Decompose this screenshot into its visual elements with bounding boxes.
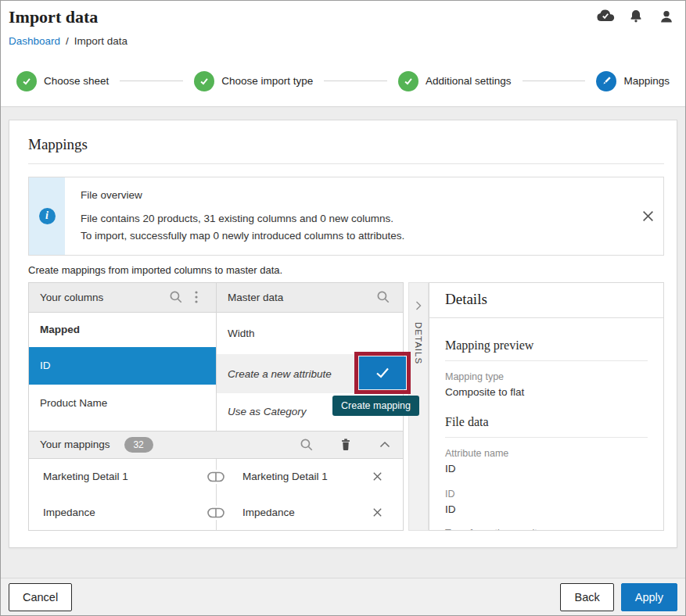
info-box-line1: File contains 20 products, 31 existing c… (81, 210, 618, 227)
apply-button[interactable]: Apply (621, 583, 677, 611)
page-title: Import data (9, 7, 673, 27)
search-icon[interactable] (373, 287, 393, 307)
mapped-group-label: Mapped (29, 313, 216, 347)
create-mapping-button[interactable] (359, 356, 406, 389)
master-item-create-attribute[interactable]: Create a new attribute Create mapping (217, 354, 403, 393)
step-connector (523, 81, 586, 81)
column-item-product-name[interactable]: Product Name (29, 385, 216, 422)
mapping-source: Impedance (29, 507, 216, 518)
bell-icon[interactable] (627, 8, 645, 25)
your-columns-header: Your columns (29, 283, 216, 313)
content-region: Mappings i File overview File contains 2… (1, 107, 685, 579)
link-icon (207, 506, 225, 520)
mapping-instruction: Create mappings from imported columns to… (28, 264, 664, 276)
step-mappings-current[interactable]: Mappings (596, 71, 670, 91)
id-label: ID (445, 489, 648, 500)
breadcrumb-separator: / (66, 35, 69, 47)
back-button[interactable]: Back (560, 583, 613, 611)
step-done-check-icon (194, 71, 214, 91)
mapping-target: Impedance (216, 507, 295, 518)
create-attribute-label: Create a new attribute (228, 368, 332, 380)
file-overview-info-box: i File overview File contains 20 product… (28, 177, 664, 256)
master-data-title: Master data (228, 292, 283, 303)
your-mappings-title: Your mappings (40, 439, 110, 450)
kebab-menu-icon[interactable] (186, 287, 207, 307)
attribute-name-label: Attribute name (445, 448, 648, 459)
remove-mapping-icon[interactable] (367, 467, 387, 487)
mapping-target: Marketing Detail 1 (216, 471, 328, 482)
breadcrumb-current: Import data (74, 35, 128, 47)
your-columns-title: Your columns (40, 292, 103, 303)
step-connector (120, 81, 183, 81)
remove-mapping-icon[interactable] (367, 503, 387, 523)
master-data-header: Master data (217, 283, 403, 313)
wizard-stepper: Choose sheet Choose import type Addition… (1, 56, 685, 107)
chevron-up-icon[interactable] (375, 435, 395, 455)
id-value: ID (445, 503, 648, 515)
step-label: Mappings (623, 75, 670, 87)
info-box-strip: i (29, 177, 65, 255)
info-icon: i (39, 208, 56, 224)
file-data-rule (445, 437, 648, 438)
master-item-width[interactable]: Width (217, 313, 403, 355)
step-label: Additional settings (426, 75, 512, 87)
step-done-check-icon (16, 71, 37, 91)
trash-icon[interactable] (336, 435, 356, 455)
master-data-panel: Master data Width Create a new attribute (216, 283, 403, 431)
mapping-row: Impedance Impedance (29, 495, 403, 531)
step-label: Choose sheet (44, 75, 109, 87)
mappings-list: Marketing Detail 1 Marketing Detail 1 Im… (28, 459, 404, 531)
cloud-sync-icon[interactable] (596, 8, 615, 25)
details-heading: Details (429, 283, 663, 317)
mappings-card: Mappings i File overview File contains 2… (9, 120, 677, 548)
footer-bar: Cancel Back Apply (1, 578, 685, 615)
mappings-heading: Mappings (28, 136, 664, 153)
step-choose-import-type[interactable]: Choose import type (194, 71, 313, 91)
your-columns-panel: Your columns Mapped ID (29, 283, 216, 431)
breadcrumb-dashboard-link[interactable]: Dashboard (9, 35, 60, 47)
mapping-source: Marketing Detail 1 (29, 471, 216, 482)
check-icon (374, 366, 391, 380)
mapping-preview-heading: Mapping preview (445, 338, 648, 353)
info-box-title: File overview (81, 189, 618, 201)
mappings-count-badge: 32 (124, 437, 153, 453)
details-tab-label: DETAILS (414, 322, 423, 364)
transformation-results-label: Transformation results (445, 528, 648, 531)
highlight-box (354, 352, 411, 394)
column-item-id-selected[interactable]: ID (29, 347, 216, 385)
file-data-heading: File data (445, 415, 648, 429)
mapping-type-label: Mapping type (445, 371, 648, 382)
import-data-window: Import data Dashboard / Import data Choo… (0, 0, 686, 616)
cancel-button[interactable]: Cancel (9, 583, 72, 611)
link-icon (207, 470, 225, 484)
attribute-name-value: ID (445, 463, 648, 475)
step-connector (324, 81, 387, 81)
step-additional-settings[interactable]: Additional settings (398, 71, 512, 91)
step-current-pencil-icon (596, 71, 616, 91)
step-done-check-icon (398, 71, 418, 91)
info-box-line2: To import, successfully map 0 newly intr… (81, 227, 618, 245)
page-header: Import data Dashboard / Import data (1, 1, 685, 56)
your-mappings-bar: Your mappings 32 (28, 431, 404, 459)
mapping-row: Marketing Detail 1 Marketing Detail 1 (29, 459, 403, 495)
info-close-button[interactable] (632, 177, 663, 255)
step-label: Choose import type (221, 75, 313, 87)
mapping-type-value: Composite to flat (445, 386, 648, 398)
breadcrumb: Dashboard / Import data (9, 35, 673, 47)
step-choose-sheet[interactable]: Choose sheet (16, 71, 109, 91)
user-icon[interactable] (657, 8, 676, 25)
preview-rule (445, 360, 648, 361)
chevron-right-icon (415, 300, 422, 311)
mapping-area: Your columns Mapped ID (28, 282, 664, 531)
search-icon[interactable] (296, 435, 317, 455)
search-icon[interactable] (166, 287, 186, 307)
heading-rule (28, 163, 664, 164)
create-mapping-tooltip: Create mapping (332, 396, 419, 416)
details-panel: Details Mapping preview Mapping type Com… (429, 282, 664, 531)
